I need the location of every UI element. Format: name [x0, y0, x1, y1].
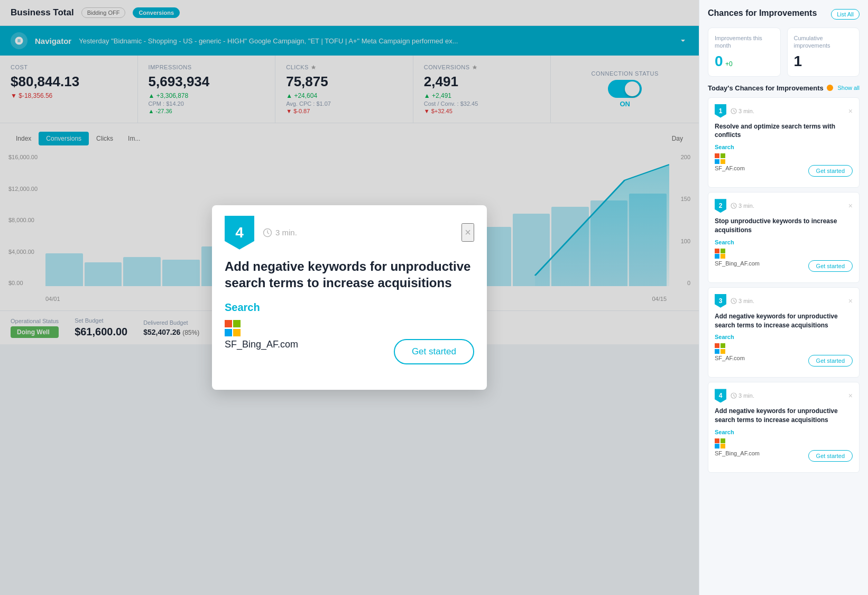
modal-close-button[interactable]: ×: [461, 223, 474, 242]
card-header-row: 4 3 min. ×: [715, 389, 853, 402]
modal-get-started-button[interactable]: Get started: [394, 339, 474, 364]
card-time: 3 min.: [731, 392, 754, 399]
bing-logo-icon: [715, 438, 725, 449]
card-get-started-button[interactable]: Get started: [808, 260, 853, 272]
card-type: Search: [715, 429, 853, 435]
card-header-row: 3 3 min. ×: [715, 294, 853, 308]
today-title: Today's Chances for Improvements: [708, 84, 833, 92]
card-icon-row: [715, 343, 853, 354]
card-get-started-button[interactable]: Get started: [808, 165, 853, 177]
improvement-card-3: 3 3 min. × Add negative keywords for unp…: [708, 287, 860, 378]
modal-type: Search: [225, 301, 474, 314]
card-close-button[interactable]: ×: [848, 391, 853, 400]
card-number: 2: [715, 199, 726, 213]
card-get-started-button[interactable]: Get started: [808, 450, 853, 462]
card-account: SF_AF.com Get started: [715, 165, 853, 177]
show-all-link[interactable]: Show all: [837, 85, 860, 91]
improvements-this-month-box: Improvements this month 0 +0: [708, 28, 781, 77]
cumulative-value: 1: [794, 53, 853, 70]
modal-number: 4: [225, 216, 254, 250]
card-title: Add negative keywords for unproductive s…: [715, 312, 853, 330]
modal: 4 3 min. × Add negative keywords for unp…: [212, 205, 487, 390]
card-header-row: 2 3 min. ×: [715, 199, 853, 213]
card-type: Search: [715, 334, 853, 340]
card-type: Search: [715, 239, 853, 245]
card-time: 3 min.: [731, 108, 754, 114]
card-account: SF_Bing_AF.com Get started: [715, 260, 853, 272]
card-close-button[interactable]: ×: [848, 297, 853, 305]
card-close-button[interactable]: ×: [848, 202, 853, 210]
right-panel: Chances for Improvements List All Improv…: [699, 0, 868, 595]
card-time: 3 min.: [731, 203, 754, 209]
improvements-summary: Improvements this month 0 +0 Cumulative …: [708, 28, 860, 77]
modal-time: 3 min.: [263, 228, 297, 237]
improvements-this-month-change: +0: [725, 60, 733, 68]
card-get-started-button[interactable]: Get started: [808, 355, 853, 367]
card-title: Resolve and optimize search terms with c…: [715, 122, 853, 140]
modal-body: Add negative keywords for unproductive s…: [212, 258, 487, 390]
card-time: 3 min.: [731, 298, 754, 304]
bing-logo-icon: [715, 249, 725, 259]
improvement-card-4: 4 3 min. × Add negative keywords for unp…: [708, 382, 860, 473]
right-panel-title: Chances for Improvements: [708, 8, 817, 18]
card-icon-row: [715, 249, 853, 259]
cumulative-improvements-box: Cumulative improvements 1: [787, 28, 860, 77]
google-logo-icon: [715, 153, 725, 164]
card-title: Stop unproductive keywords to increase a…: [715, 217, 853, 235]
improvements-this-month-label: Improvements this month: [715, 34, 774, 50]
card-icon-row: [715, 438, 853, 449]
card-type: Search: [715, 144, 853, 150]
card-number: 4: [715, 389, 726, 402]
card-icon-row: [715, 153, 853, 164]
card-number: 3: [715, 294, 726, 308]
modal-icon-row: [225, 320, 474, 337]
card-account: SF_AF.com Get started: [715, 355, 853, 367]
modal-title: Add negative keywords for unproductive s…: [225, 258, 474, 291]
card-header-row: 1 3 min. ×: [715, 104, 853, 118]
modal-account: SF_Bing_AF.com Get started: [225, 339, 474, 364]
improvement-card-1: 1 3 min. × Resolve and optimize search t…: [708, 97, 860, 188]
improvements-this-month-value: 0: [715, 53, 723, 69]
card-close-button[interactable]: ×: [848, 107, 853, 115]
improvement-card-2: 2 3 min. × Stop unproductive keywords to…: [708, 192, 860, 283]
bing-logo-icon: [225, 320, 242, 337]
today-header: Today's Chances for Improvements Show al…: [708, 84, 860, 92]
modal-header: 4 3 min. ×: [212, 205, 487, 258]
card-number: 1: [715, 104, 726, 118]
cumulative-label: Cumulative improvements: [794, 34, 853, 50]
modal-overlay: 4 3 min. × Add negative keywords for unp…: [0, 0, 699, 595]
right-panel-header-row: Chances for Improvements List All: [708, 8, 860, 20]
orange-dot-icon: [827, 85, 833, 91]
card-account: SF_Bing_AF.com Get started: [715, 450, 853, 462]
card-title: Add negative keywords for unproductive s…: [715, 407, 853, 425]
list-all-button[interactable]: List All: [831, 9, 860, 20]
improvement-cards: 1 3 min. × Resolve and optimize search t…: [708, 97, 860, 477]
google-logo-icon: [715, 343, 725, 354]
